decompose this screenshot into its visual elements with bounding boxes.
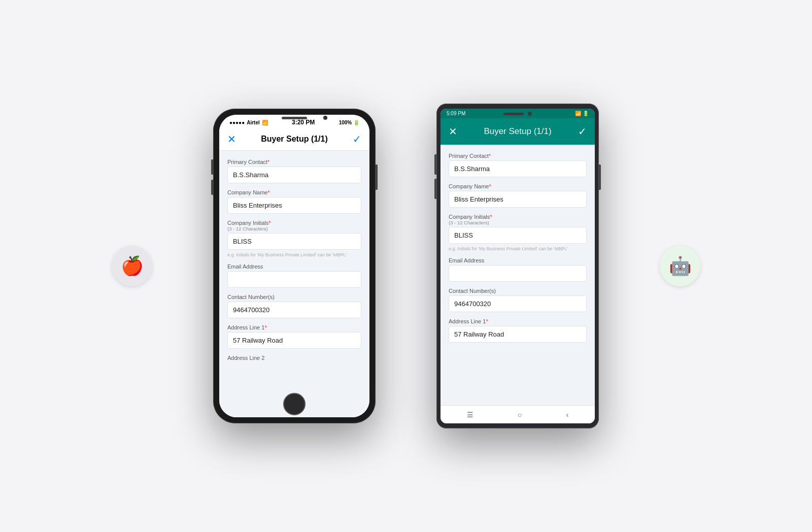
ios-label-contact: Contact Number(s) — [227, 294, 361, 300]
iphone-power — [376, 164, 378, 190]
android-app-header: ✕ Buyer Setup (1/1) ✓ — [441, 118, 595, 145]
android-field-company-initials: Company Initials* (3 - 12 Characters) BL… — [449, 214, 587, 251]
android-input-company-name[interactable]: Bliss Enterprises — [449, 191, 587, 208]
iphone-wrapper: ●●●●● Airtel 📶 3:20 PM 100% 🔋 ✕ Buyer Se… — [213, 109, 376, 423]
ios-header-title: Buyer Setup (1/1) — [261, 135, 328, 144]
android-field-email: Email Address — [449, 257, 587, 282]
android-wrapper: 5:09 PM 📶 🔋 ✕ Buyer Setup (1/1) ✓ — [436, 104, 599, 428]
android-done-button[interactable]: ✓ — [578, 125, 587, 138]
android-form-content: Primary Contact* B.S.Sharma Company Name… — [441, 145, 595, 405]
ios-time: 3:20 PM — [292, 119, 315, 126]
android-field-address1: Address Line 1* 57 Railway Road — [449, 318, 587, 343]
ios-field-email: Email Address — [227, 263, 361, 288]
ios-field-primary-contact: Primary Contact* B.S.Sharma — [227, 159, 361, 183]
iphone-earpiece — [282, 117, 307, 119]
android-field-contact: Contact Number(s) 9464700320 — [449, 288, 587, 312]
android-nav-menu[interactable]: ☰ — [467, 411, 473, 419]
iphone-device: ●●●●● Airtel 📶 3:20 PM 100% 🔋 ✕ Buyer Se… — [213, 109, 376, 423]
android-input-contact[interactable]: 9464700320 — [449, 295, 587, 312]
android-label-contact: Contact Number(s) — [449, 288, 587, 294]
ios-label-company-initials: Company Initials* (3 - 12 Characters) — [227, 220, 361, 231]
android-label-primary-contact: Primary Contact* — [449, 153, 587, 159]
signal-dots: ●●●●● — [229, 120, 245, 125]
apple-badge: 🍎 — [112, 246, 152, 286]
android-nav-back[interactable]: ‹ — [566, 411, 569, 419]
android-hint-company-initials: e.g. Initials for 'My Business Private L… — [449, 246, 587, 251]
ios-field-company-name: Company Name* Bliss Enterprises — [227, 189, 361, 214]
android-icons: 📶 🔋 — [575, 111, 589, 116]
ios-hint-company-initials: e.g. Initials for 'My Business Private L… — [227, 252, 361, 257]
android-input-email[interactable] — [449, 265, 587, 282]
android-camera-area — [503, 112, 532, 116]
main-scene: 🍎 ●●●●● Airtel 📶 3:20 PM — [0, 0, 812, 532]
ios-input-address1[interactable]: 57 Railway Road — [227, 332, 361, 349]
android-badge: 🤖 — [660, 246, 700, 286]
android-screen: 5:09 PM 📶 🔋 ✕ Buyer Setup (1/1) ✓ — [441, 109, 595, 423]
wifi-icon: 📶 — [262, 120, 268, 125]
android-device: 5:09 PM 📶 🔋 ✕ Buyer Setup (1/1) ✓ — [436, 104, 599, 428]
ios-input-contact[interactable]: 9464700320 — [227, 302, 361, 318]
iphone-vol-down — [211, 180, 213, 195]
ios-label-primary-contact: Primary Contact* — [227, 159, 361, 165]
android-label-company-name: Company Name* — [449, 183, 587, 189]
iphone-home-button[interactable] — [283, 393, 306, 415]
android-field-company-name: Company Name* Bliss Enterprises — [449, 183, 587, 208]
android-form-scroll: Primary Contact* B.S.Sharma Company Name… — [441, 145, 595, 351]
android-time: 5:09 PM — [447, 111, 465, 116]
iphone-vol-up — [211, 159, 213, 175]
android-cancel-button[interactable]: ✕ — [449, 125, 457, 138]
iphone-camera — [323, 116, 327, 120]
ios-input-primary-contact[interactable]: B.S.Sharma — [227, 167, 361, 183]
ios-label-company-name: Company Name* — [227, 189, 361, 195]
ios-field-address1: Address Line 1* 57 Railway Road — [227, 324, 361, 349]
ios-input-company-initials[interactable]: BLISS — [227, 233, 361, 250]
android-nav-bar: ☰ ○ ‹ — [441, 405, 595, 423]
ios-cancel-button[interactable]: ✕ — [227, 133, 236, 145]
android-label-company-initials: Company Initials* (3 - 12 Characters) — [449, 214, 587, 225]
android-vol-up — [434, 154, 436, 175]
android-speaker — [503, 113, 524, 115]
carrier-signal: ●●●●● Airtel 📶 — [229, 120, 268, 125]
android-input-primary-contact[interactable]: B.S.Sharma — [449, 160, 587, 177]
ios-app-header: ✕ Buyer Setup (1/1) ✓ — [219, 128, 369, 151]
android-label-address1: Address Line 1* — [449, 318, 587, 324]
android-header-title: Buyer Setup (1/1) — [484, 126, 551, 137]
android-field-primary-contact: Primary Contact* B.S.Sharma — [449, 153, 587, 177]
ios-done-button[interactable]: ✓ — [353, 133, 361, 145]
android-input-address1[interactable]: 57 Railway Road — [449, 326, 587, 343]
ios-input-email[interactable] — [227, 271, 361, 288]
apple-icon: 🍎 — [121, 255, 144, 277]
ios-label-email: Email Address — [227, 263, 361, 270]
android-power-button — [599, 164, 601, 190]
android-label-email: Email Address — [449, 257, 587, 263]
android-nav-home[interactable]: ○ — [518, 411, 522, 419]
android-vol-down — [434, 179, 436, 199]
ios-field-contact: Contact Number(s) 9464700320 — [227, 294, 361, 318]
ios-input-company-name[interactable]: Bliss Enterprises — [227, 197, 361, 214]
android-camera-lens — [528, 112, 532, 116]
android-icon: 🤖 — [669, 255, 692, 277]
ios-battery: 100% 🔋 — [339, 120, 359, 125]
ios-form-scroll: Primary Contact* B.S.Sharma Company Name… — [219, 151, 369, 369]
ios-label-address2: Address Line 2 — [227, 355, 361, 361]
carrier-name: Airtel — [247, 120, 260, 125]
ios-label-address1: Address Line 1* — [227, 324, 361, 330]
ios-field-address2: Address Line 2 — [227, 355, 361, 361]
ios-field-company-initials: Company Initials* (3 - 12 Characters) BL… — [227, 220, 361, 257]
android-input-company-initials[interactable]: BLISS — [449, 227, 587, 244]
iphone-screen: ●●●●● Airtel 📶 3:20 PM 100% 🔋 ✕ Buyer Se… — [219, 115, 369, 417]
ios-form-content: Primary Contact* B.S.Sharma Company Name… — [219, 151, 369, 417]
